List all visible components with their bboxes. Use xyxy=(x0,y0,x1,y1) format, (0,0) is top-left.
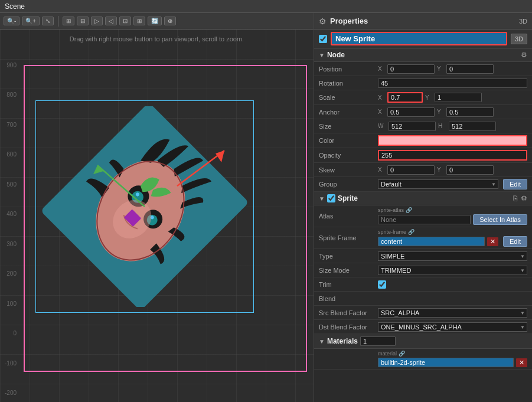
sprite-frame-edit-button[interactable]: Edit xyxy=(503,236,527,247)
sprite-icons: ⎘ ⚙ xyxy=(513,194,527,202)
atlas-input[interactable] xyxy=(378,215,471,224)
dst-blend-select-container: ONE_MINUS_SRC_ALPHA ONE ZERO ▼ xyxy=(378,322,527,332)
materials-section-title: Materials xyxy=(327,337,358,345)
material-sublabel: material 🔗 xyxy=(378,351,405,357)
rotation-value-area xyxy=(378,79,527,88)
size-w-input[interactable] xyxy=(389,122,436,131)
select-in-atlas-button[interactable]: Select In Atlas xyxy=(473,214,527,225)
toolbar-btn-4[interactable]: ◁ xyxy=(105,17,117,25)
skew-x-input[interactable] xyxy=(387,165,435,175)
material-row: material 🔗 ✕ xyxy=(314,349,532,370)
sprite-section-header[interactable]: ▼ Sprite ⎘ ⚙ xyxy=(314,192,532,205)
toolbar-btn-5[interactable]: ⊡ xyxy=(119,17,131,25)
sprite-frame-input[interactable] xyxy=(378,237,485,246)
sprite-frame-sublabel: sprite-frame 🔗 xyxy=(378,229,414,235)
trim-checkbox[interactable] xyxy=(378,280,386,289)
skew-label: Skew xyxy=(319,166,378,174)
axis-600: 600 xyxy=(1,151,19,158)
type-select[interactable]: SIMPLE SLICED TILED FILLED MESH xyxy=(378,251,527,261)
toolbar-btn-6[interactable]: ⊞ xyxy=(133,17,145,25)
axis-n100: -100 xyxy=(1,360,19,367)
sprite-enabled-checkbox[interactable] xyxy=(327,194,335,202)
color-label: Color xyxy=(319,137,378,144)
color-preview[interactable] xyxy=(378,135,527,146)
scene-hint: Drag with right mouse button to pan view… xyxy=(70,35,244,43)
scene-tab-label[interactable]: Scene xyxy=(5,2,25,11)
skew-y-input[interactable] xyxy=(446,165,494,175)
axis-800: 800 xyxy=(1,91,19,98)
size-h-input[interactable] xyxy=(449,122,496,131)
materials-count-input[interactable] xyxy=(360,336,396,346)
toolbar-btn-3[interactable]: ▷ xyxy=(91,17,103,25)
sprite-section-title: Sprite xyxy=(338,194,358,202)
scale-x-input[interactable] xyxy=(387,92,423,103)
material-input[interactable] xyxy=(378,358,514,367)
node-name-input[interactable] xyxy=(331,32,507,45)
sprite-section-arrow: ▼ xyxy=(319,195,325,202)
dst-blend-select[interactable]: ONE_MINUS_SRC_ALPHA ONE ZERO xyxy=(378,322,527,332)
properties-title: Properties xyxy=(330,17,368,25)
sprite-frame-label: Sprite Frame xyxy=(319,234,378,241)
sprite-copy-icon[interactable]: ⎘ xyxy=(513,194,517,202)
group-edit-button[interactable]: Edit xyxy=(503,179,527,189)
axis-900: 900 xyxy=(1,62,19,68)
node-section-gear-icon[interactable]: ⚙ xyxy=(521,51,527,59)
scale-y-input[interactable] xyxy=(435,93,482,102)
node-section-header[interactable]: ▼ Node ⚙ xyxy=(314,48,532,62)
group-row: Group Default ▼ Edit xyxy=(314,177,532,192)
type-select-container: SIMPLE SLICED TILED FILLED MESH ▼ xyxy=(378,251,527,261)
position-y-input[interactable] xyxy=(446,64,494,74)
toolbar-btn-7[interactable]: 🔄 xyxy=(148,17,162,25)
atlas-value-area: sprite-atlas 🔗 Select In Atlas xyxy=(378,207,527,225)
atlas-row: Atlas sprite-atlas 🔗 Select In Atlas xyxy=(314,205,532,227)
sprite-settings-icon[interactable]: ⚙ xyxy=(521,194,527,202)
trim-value-area xyxy=(378,280,527,289)
toolbar-btn-1[interactable]: ⊞ xyxy=(63,17,74,25)
anchor-label: Anchor xyxy=(319,109,378,116)
sprite-container xyxy=(41,106,248,307)
anchor-y-input[interactable] xyxy=(446,107,494,117)
size-mode-select[interactable]: TRIMMED RAW CUSTOM xyxy=(378,266,527,275)
sprite-frame-value-area: sprite-frame 🔗 ✕ Edit xyxy=(378,229,527,247)
toolbar-btn-2[interactable]: ⊟ xyxy=(77,17,89,25)
materials-count-area xyxy=(360,336,527,346)
scale-row: Scale X Y xyxy=(314,90,532,105)
blend-row: Blend xyxy=(314,292,532,306)
trim-label: Trim xyxy=(319,281,378,288)
size-label: Size xyxy=(319,123,378,130)
3d-button[interactable]: 3D xyxy=(511,34,527,44)
scale-label: Scale xyxy=(319,94,378,101)
skew-value-area: X Y xyxy=(378,165,527,175)
anchor-x-label: X xyxy=(378,109,385,115)
src-blend-select[interactable]: SRC_ALPHA ONE ZERO xyxy=(378,308,527,318)
position-x-input[interactable] xyxy=(387,64,435,74)
zoom-in-btn[interactable]: 🔍+ xyxy=(22,17,40,25)
axis-300: 300 xyxy=(1,241,19,247)
atlas-label: Atlas xyxy=(319,213,378,220)
properties-header: ⚙ Properties 3D xyxy=(314,13,532,30)
node-section-arrow: ▼ xyxy=(319,52,325,58)
anchor-x-input[interactable] xyxy=(387,107,435,117)
opacity-input[interactable] xyxy=(378,150,527,161)
properties-3d-label: 3D xyxy=(519,18,527,25)
sprite-frame-clear-button[interactable]: ✕ xyxy=(487,237,498,246)
size-mode-label: Size Mode xyxy=(319,267,378,274)
scene-viewport[interactable]: Drag with right mouse button to pan view… xyxy=(0,30,314,402)
toolbar-btn-8[interactable]: ⊕ xyxy=(164,17,176,25)
node-enabled-checkbox[interactable] xyxy=(319,35,327,43)
zoom-fit-btn[interactable]: ⤡ xyxy=(42,17,54,25)
group-select[interactable]: Default xyxy=(378,179,498,189)
size-mode-row: Size Mode TRIMMED RAW CUSTOM ▼ xyxy=(314,263,532,277)
size-value-area: W H xyxy=(378,122,527,131)
rotation-input[interactable] xyxy=(378,79,527,88)
opacity-value-area xyxy=(378,150,527,161)
zoom-out-btn[interactable]: 🔍- xyxy=(4,17,19,25)
type-label: Type xyxy=(319,253,378,260)
position-value-area: X Y xyxy=(378,64,527,74)
axis-n200: -200 xyxy=(1,390,19,396)
material-clear-button[interactable]: ✕ xyxy=(516,358,527,367)
materials-section-header[interactable]: ▼ Materials xyxy=(314,334,532,349)
material-value-area: material 🔗 ✕ xyxy=(378,351,527,367)
dst-blend-label: Dst Blend Factor xyxy=(319,323,378,331)
toolbar-separator xyxy=(58,16,58,27)
